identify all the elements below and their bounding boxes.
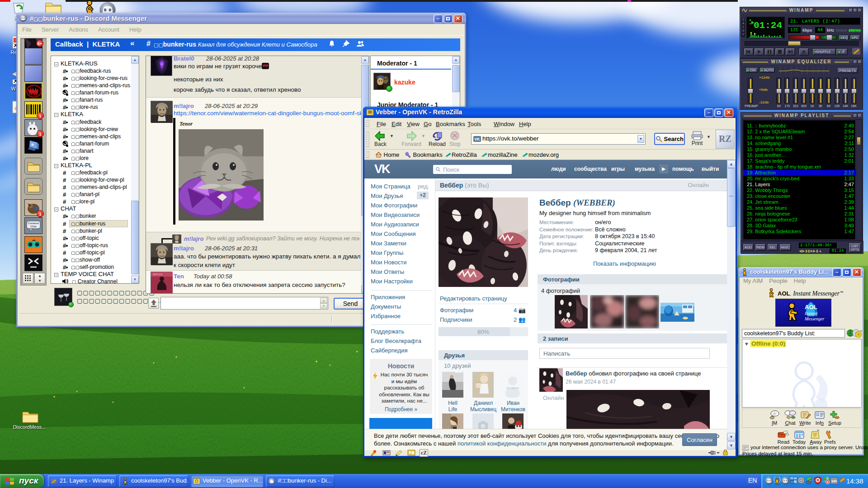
svg-text:AOL: AOL [805, 304, 817, 310]
svg-text:Chat: Chat [30, 225, 36, 228]
svg-text:Messenger: Messenger [804, 316, 824, 321]
svg-text:Instant: Instant [804, 311, 817, 316]
svg-text:VK: VK [374, 163, 391, 175]
svg-text:НЕТ ОБРАЗА: НЕТ ОБРАЗА [506, 387, 519, 389]
svg-text:vm: vm [831, 479, 837, 483]
svg-text:01:24: 01:24 [754, 20, 782, 31]
svg-text:REPLIKA: REPLIKA [153, 273, 163, 276]
svg-text:VK: VK [475, 137, 481, 141]
svg-text:Creature: Creature [28, 222, 39, 225]
